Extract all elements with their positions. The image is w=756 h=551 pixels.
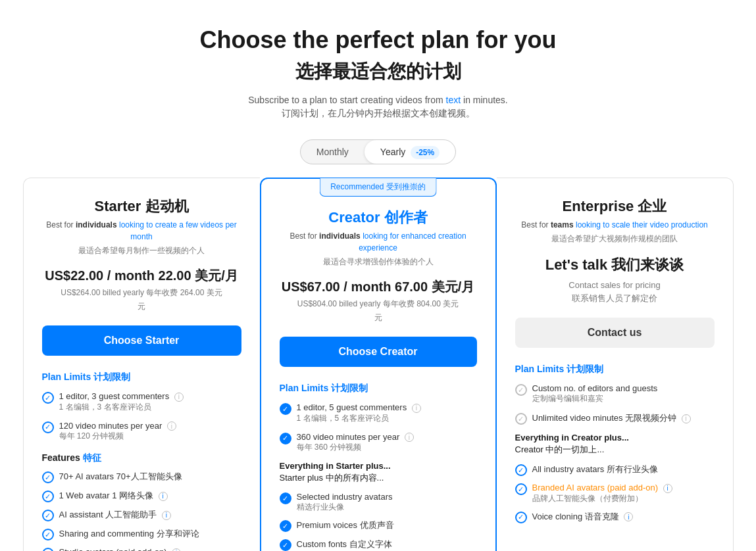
- creator-limit-2-text: 360 video minutes per year i 每年 360 分钟视频: [297, 432, 477, 454]
- starter-feature-3: ✓ AI assistant 人工智能助手 i: [42, 509, 241, 521]
- creator-f3-en: Custom fonts 自定义字体: [297, 539, 477, 550]
- starter-features-title: Features 特征: [42, 452, 241, 464]
- creator-desc-before: Best for: [290, 231, 319, 241]
- enterprise-everything-plus-sub: Creator 中的一切加上...: [515, 444, 715, 456]
- info-icon-starter-f2[interactable]: i: [159, 492, 168, 501]
- check-icon-enterprise-f3: ✓: [515, 512, 527, 523]
- starter-desc-bold: individuals: [76, 220, 117, 229]
- info-icon-starter-f3[interactable]: i: [162, 511, 171, 520]
- starter-feature-1: ✓ 70+ AI avatars 70+人工智能头像: [42, 471, 241, 483]
- starter-price-zh: 元: [42, 301, 241, 312]
- page-title-en: Choose the perfect plan for you: [13, 26, 743, 54]
- check-icon-creator-f3: ✓: [280, 539, 291, 551]
- creator-feature-3: ✓ Custom fonts 自定义字体: [280, 539, 477, 551]
- enterprise-limit-2-text: Unlimited video minutes 无限视频分钟 i: [532, 412, 715, 424]
- creator-feature-1-text: Selected industry avatars 精选行业头像: [297, 492, 477, 513]
- plans-container: Starter 起动机 Best for individuals looking…: [13, 178, 743, 551]
- enterprise-f2-en: Branded AI avatars (paid add-on) i: [532, 483, 715, 493]
- creator-limit-2-zh: 每年 360 分钟视频: [297, 442, 477, 453]
- creator-limits-title: Plan Limits 计划限制: [280, 383, 477, 395]
- starter-feature-4: ✓ Sharing and commenting 分享和评论: [42, 528, 241, 540]
- yearly-label: Yearly: [380, 147, 405, 157]
- lets-talk-en: Let's talk 我们来谈谈: [515, 255, 715, 275]
- check-icon-starter-f1: ✓: [42, 471, 54, 483]
- info-icon-enterprise-limit-2[interactable]: i: [682, 414, 691, 423]
- info-icon-enterprise-f2[interactable]: i: [663, 484, 672, 493]
- creator-feature-3-text: Custom fonts 自定义字体: [297, 539, 477, 550]
- starter-feature-3-text: AI assistant 人工智能助手 i: [59, 509, 241, 521]
- creator-feature-1: ✓ Selected industry avatars 精选行业头像: [280, 492, 477, 513]
- contact-sales: Contact sales for pricing: [515, 280, 715, 290]
- starter-limit-1-en: 1 editor, 3 guest commenters i: [59, 391, 241, 402]
- info-icon-creator-limit-2[interactable]: i: [405, 433, 414, 442]
- check-icon-starter-f3: ✓: [42, 510, 54, 521]
- starter-limit-2: ✓ 120 video minutes per year i 每年 120 分钟…: [42, 421, 241, 443]
- starter-f5-en: Studio avatars (paid add-on) i: [59, 547, 241, 551]
- starter-limit-1-zh: 1 名编辑，3 名客座评论员: [59, 402, 241, 413]
- enterprise-plan-desc: Best for teams looking to scale their vi…: [515, 219, 715, 231]
- lets-talk-section: Let's talk 我们来谈谈: [515, 255, 715, 275]
- creator-desc-blue: looking for enhanced creation experience: [359, 231, 466, 252]
- starter-price-sub: US$264.00 billed yearly 每年收费 264.00 美元: [42, 287, 241, 299]
- enterprise-feature-2-text: Branded AI avatars (paid add-on) i 品牌人工智…: [532, 483, 715, 504]
- subtitle-highlight: text: [446, 95, 461, 105]
- info-icon-starter-limit-1[interactable]: i: [174, 393, 184, 402]
- enterprise-limit-2: ✓ Unlimited video minutes 无限视频分钟 i: [515, 412, 715, 425]
- starter-limits-title: Plan Limits 计划限制: [42, 371, 241, 383]
- check-icon-creator-limit-2: ✓: [280, 433, 291, 444]
- starter-limits-en: Plan Limits: [42, 371, 91, 382]
- subtitle-after: in minutes.: [461, 95, 508, 105]
- check-icon-starter-f4: ✓: [42, 529, 54, 540]
- enterprise-f3-en: Voice cloning 语音克隆 i: [532, 511, 715, 523]
- creator-desc-bold: individuals: [319, 231, 361, 241]
- creator-feature-2: ✓ Premium voices 优质声音: [280, 519, 477, 532]
- starter-plan-name: Starter 起动机: [42, 197, 241, 216]
- creator-limit-1-text: 1 editor, 5 guest commenters i 1 名编辑，5 名…: [297, 402, 477, 424]
- starter-feature-2-text: 1 Web avatar 1 网络头像 i: [59, 490, 241, 502]
- starter-plan-card: Starter 起动机 Best for individuals looking…: [23, 178, 260, 551]
- creator-price-zh: 元: [280, 312, 477, 323]
- check-icon-creator-limit-1: ✓: [280, 403, 291, 415]
- info-icon-starter-f5[interactable]: i: [172, 548, 181, 551]
- starter-f2-en: 1 Web avatar 1 网络头像 i: [59, 490, 241, 502]
- starter-limit-2-text: 120 video minutes per year i 每年 120 分钟视频: [59, 421, 241, 443]
- contact-us-button[interactable]: Contact us: [515, 318, 715, 348]
- choose-creator-button[interactable]: Choose Creator: [280, 337, 477, 367]
- creator-limit-2-en: 360 video minutes per year i: [297, 432, 477, 443]
- discount-badge: -25%: [411, 146, 440, 159]
- creator-price-sub: US$804.00 billed yearly 每年收费 804.00 美元: [280, 299, 477, 310]
- creator-plan-desc: Best for individuals looking for enhance…: [280, 230, 477, 254]
- check-icon-starter-f2: ✓: [42, 491, 54, 502]
- creator-f1-zh: 精选行业头像: [297, 502, 477, 513]
- creator-feature-2-text: Premium voices 优质声音: [297, 519, 477, 531]
- starter-desc-blue: looking to create a few videos per month: [117, 220, 237, 241]
- starter-plan-desc: Best for individuals looking to create a…: [42, 219, 241, 243]
- info-icon-creator-limit-1[interactable]: i: [412, 404, 421, 413]
- creator-limits-zh: 计划限制: [331, 383, 368, 393]
- creator-limits-en: Plan Limits: [280, 383, 329, 393]
- page-container: Choose the perfect plan for you 选择最适合您的计…: [0, 0, 756, 551]
- enterprise-limit-2-en: Unlimited video minutes 无限视频分钟 i: [532, 412, 715, 424]
- creator-everything-plus: Everything in Starter plus...: [280, 461, 477, 471]
- check-icon-creator-f1: ✓: [280, 492, 291, 504]
- info-icon-starter-limit-2[interactable]: i: [167, 421, 176, 431]
- starter-desc-zh: 最适合希望每月制作一些视频的个人: [42, 245, 241, 256]
- info-icon-enterprise-f3[interactable]: i: [624, 512, 633, 521]
- creator-plan-card: Recommended 受到推崇的 Creator 创作者 Best for i…: [260, 178, 497, 551]
- page-subtitle-en: Subscribe to a plan to start creating vi…: [13, 95, 743, 105]
- creator-desc-zh: 最适合寻求增强创作体验的个人: [280, 256, 477, 268]
- starter-feature-5: ✓ Studio avatars (paid add-on) i 工作室头像（付…: [42, 547, 241, 551]
- enterprise-limit-1-text: Custom no. of editors and guests 定制编号编辑和…: [532, 383, 715, 404]
- monthly-toggle-btn[interactable]: Monthly: [301, 140, 365, 164]
- starter-limit-2-zh: 每年 120 分钟视频: [59, 431, 241, 442]
- enterprise-desc-zh: 最适合希望扩大视频制作规模的团队: [515, 233, 715, 245]
- enterprise-desc-bold: teams: [551, 220, 574, 229]
- choose-starter-button[interactable]: Choose Starter: [42, 325, 241, 356]
- page-title-zh: 选择最适合您的计划: [13, 59, 743, 84]
- starter-feature-1-text: 70+ AI avatars 70+人工智能头像: [59, 471, 241, 483]
- check-icon-starter-f5: ✓: [42, 548, 54, 551]
- yearly-toggle-btn[interactable]: Yearly -25%: [365, 140, 455, 164]
- enterprise-limits-en: Plan Limits: [515, 364, 565, 374]
- enterprise-f1-en: All industry avatars 所有行业头像: [532, 464, 715, 475]
- starter-price: US$22.00 / month 22.00 美元/月: [42, 267, 241, 285]
